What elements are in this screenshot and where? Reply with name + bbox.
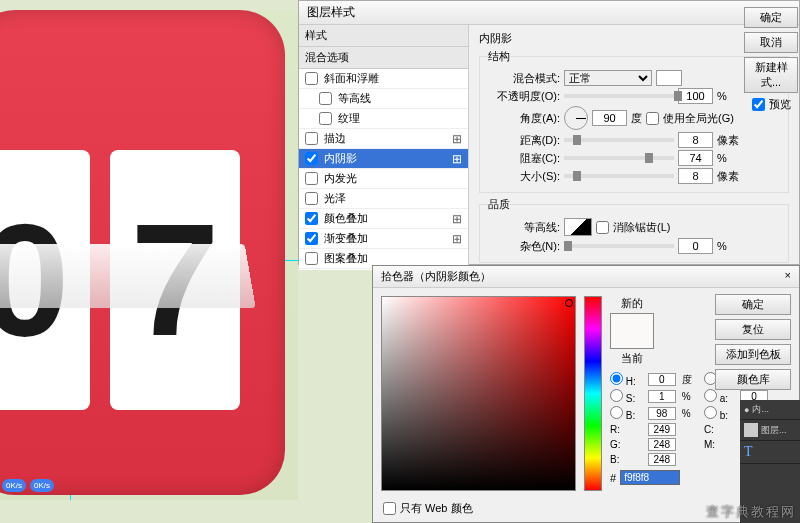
style-row-渐变叠加[interactable]: 渐变叠加⊞ <box>299 229 468 249</box>
ok-button[interactable]: 确定 <box>744 7 798 28</box>
blend-mode-select[interactable]: 正常 <box>564 70 652 86</box>
new-style-button[interactable]: 新建样式... <box>744 57 798 93</box>
contour-label: 等高线: <box>488 220 560 235</box>
choke-input[interactable] <box>678 150 713 166</box>
opacity-label: 不透明度(O): <box>488 89 560 104</box>
style-checkbox[interactable] <box>319 92 332 105</box>
blue-input[interactable] <box>648 453 676 466</box>
distance-unit: 像素 <box>717 133 739 148</box>
bb-radio[interactable] <box>704 406 717 419</box>
contour-thumbnail[interactable] <box>564 218 592 236</box>
style-checkbox[interactable] <box>319 112 332 125</box>
global-light-checkbox[interactable] <box>646 112 659 125</box>
color-picker-dialog: 拾色器（内阴影颜色） × 新的 当前 H:度 L: S:% a: B:% b: … <box>372 265 800 523</box>
preview-checkbox[interactable] <box>752 98 765 111</box>
sidebar-header-styles: 样式 <box>299 25 468 47</box>
choke-slider[interactable] <box>564 156 674 160</box>
distance-slider[interactable] <box>564 138 674 142</box>
plus-icon[interactable]: ⊞ <box>452 232 462 246</box>
layer-item[interactable]: ●内... <box>740 400 800 420</box>
angle-label: 角度(A): <box>488 111 560 126</box>
cp-color-libs-button[interactable]: 颜色库 <box>715 369 791 390</box>
distance-input[interactable] <box>678 132 713 148</box>
shadow-color-swatch[interactable] <box>656 70 682 86</box>
size-input[interactable] <box>678 168 713 184</box>
cp-add-swatch-button[interactable]: 添加到色板 <box>715 344 791 365</box>
b-radio[interactable] <box>610 406 623 419</box>
b-input[interactable] <box>648 407 676 420</box>
antialias-checkbox[interactable] <box>596 221 609 234</box>
layer-thumb-icon <box>744 423 758 437</box>
plus-icon[interactable]: ⊞ <box>452 132 462 146</box>
current-color-label: 当前 <box>621 351 643 366</box>
style-row-内阴影[interactable]: 内阴影⊞ <box>299 149 468 169</box>
style-row-纹理[interactable]: 纹理 <box>299 109 468 129</box>
style-checkbox[interactable] <box>305 132 318 145</box>
structure-legend: 结构 <box>488 49 510 64</box>
style-row-描边[interactable]: 描边⊞ <box>299 129 468 149</box>
style-checkbox[interactable] <box>305 192 318 205</box>
style-row-等高线[interactable]: 等高线 <box>299 89 468 109</box>
s-input[interactable] <box>648 390 676 403</box>
opacity-input[interactable] <box>678 88 713 104</box>
web-only-checkbox[interactable] <box>383 502 396 515</box>
hex-label: # <box>610 472 616 484</box>
hue-slider[interactable] <box>584 296 602 491</box>
dialog-title: 图层样式 <box>299 1 799 25</box>
noise-slider[interactable] <box>564 244 674 248</box>
style-label: 颜色叠加 <box>324 211 368 226</box>
red-calendar-card: 0 7 <box>0 10 285 495</box>
noise-input[interactable] <box>678 238 713 254</box>
layer-style-dialog: 图层样式 样式 混合选项 斜面和浮雕等高线纹理描边⊞内阴影⊞内发光光泽颜色叠加⊞… <box>298 0 800 265</box>
h-radio[interactable] <box>610 372 623 385</box>
net-badge-2: 0K/s <box>30 479 54 492</box>
style-checkbox[interactable] <box>305 152 318 165</box>
style-checkbox[interactable] <box>305 72 318 85</box>
style-row-斜面和浮雕[interactable]: 斜面和浮雕 <box>299 69 468 89</box>
style-label: 等高线 <box>338 91 371 106</box>
plus-icon[interactable]: ⊞ <box>452 152 462 166</box>
layer-item[interactable]: T <box>740 441 800 464</box>
choke-label: 阻塞(C): <box>488 151 560 166</box>
h-input[interactable] <box>648 373 676 386</box>
web-only-label: 只有 Web 颜色 <box>400 501 473 516</box>
style-label: 描边 <box>324 131 346 146</box>
page-fold <box>0 244 256 308</box>
style-label: 图案叠加 <box>324 251 368 266</box>
sidebar-header-blend[interactable]: 混合选项 <box>299 47 468 69</box>
r-input[interactable] <box>648 423 676 436</box>
plus-icon[interactable]: ⊞ <box>452 212 462 226</box>
style-row-光泽[interactable]: 光泽 <box>299 189 468 209</box>
net-badge-1: 0K/s <box>2 479 26 492</box>
new-color-label: 新的 <box>621 296 643 311</box>
layer-item[interactable]: 图层... <box>740 420 800 441</box>
size-slider[interactable] <box>564 174 674 178</box>
angle-input[interactable] <box>592 110 627 126</box>
color-field[interactable] <box>381 296 576 491</box>
opacity-slider[interactable] <box>564 94 674 98</box>
hex-input[interactable] <box>620 470 680 485</box>
cancel-button[interactable]: 取消 <box>744 32 798 53</box>
style-checkbox[interactable] <box>305 252 318 265</box>
s-radio[interactable] <box>610 389 623 402</box>
quality-group: 品质 等高线: 消除锯齿(L) 杂色(N): % <box>479 197 789 263</box>
noise-unit: % <box>717 240 727 252</box>
style-label: 斜面和浮雕 <box>324 71 379 86</box>
close-icon[interactable]: × <box>785 269 791 284</box>
cp-cancel-button[interactable]: 复位 <box>715 319 791 340</box>
style-list-sidebar: 样式 混合选项 斜面和浮雕等高线纹理描边⊞内阴影⊞内发光光泽颜色叠加⊞渐变叠加⊞… <box>299 25 469 270</box>
style-row-内发光[interactable]: 内发光 <box>299 169 468 189</box>
canvas-area: 0 7 0K/s 0K/s <box>0 10 298 500</box>
style-checkbox[interactable] <box>305 212 318 225</box>
status-badges: 0K/s 0K/s <box>2 479 54 492</box>
type-icon: T <box>744 444 753 460</box>
style-checkbox[interactable] <box>305 172 318 185</box>
size-unit: 像素 <box>717 169 739 184</box>
noise-label: 杂色(N): <box>488 239 560 254</box>
angle-dial[interactable] <box>564 106 588 130</box>
g-input[interactable] <box>648 438 676 451</box>
style-row-颜色叠加[interactable]: 颜色叠加⊞ <box>299 209 468 229</box>
cp-ok-button[interactable]: 确定 <box>715 294 791 315</box>
style-label: 光泽 <box>324 191 346 206</box>
style-checkbox[interactable] <box>305 232 318 245</box>
